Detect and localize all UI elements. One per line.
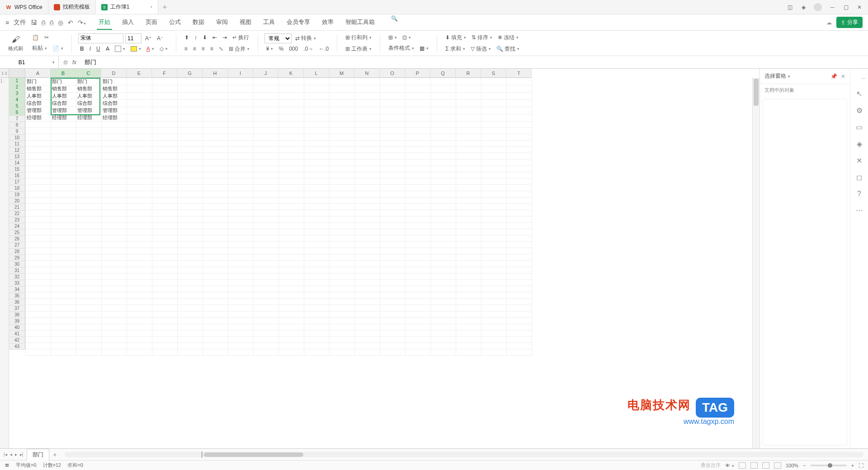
cell[interactable] (152, 85, 178, 93)
cell[interactable] (254, 85, 279, 93)
cell[interactable] (254, 261, 279, 267)
cell[interactable] (330, 204, 355, 210)
cell[interactable] (330, 191, 355, 197)
col-header[interactable]: T (506, 69, 532, 78)
cell[interactable] (152, 242, 178, 248)
cell[interactable]: 经理部 (102, 114, 127, 122)
row-header[interactable]: 3 (9, 90, 25, 97)
cell[interactable] (431, 128, 456, 134)
row-header[interactable]: 31 (9, 268, 25, 274)
cell[interactable] (481, 147, 507, 153)
cell[interactable] (254, 337, 279, 343)
cell[interactable] (228, 305, 254, 311)
cell[interactable] (431, 280, 456, 286)
cell[interactable] (481, 93, 507, 100)
cell[interactable] (330, 107, 355, 114)
worksheet-button[interactable]: ⊞ 工作表▾ (344, 44, 373, 54)
cell[interactable] (355, 179, 380, 185)
font-name-select[interactable] (78, 33, 123, 43)
cell[interactable] (152, 235, 178, 242)
comma-icon[interactable]: 000 (287, 44, 300, 53)
cell[interactable] (228, 349, 254, 356)
cell[interactable] (330, 280, 355, 286)
cell[interactable] (330, 223, 355, 229)
cell[interactable] (76, 305, 102, 311)
cell[interactable] (127, 254, 152, 261)
cell[interactable] (26, 286, 51, 292)
row-header[interactable]: 29 (9, 255, 25, 261)
zoom-out-icon[interactable]: − (803, 463, 806, 468)
font-color-button[interactable]: A▾ (145, 44, 156, 53)
cell[interactable] (279, 311, 304, 318)
cell[interactable] (76, 185, 102, 191)
cell[interactable] (330, 153, 355, 160)
cell[interactable] (456, 292, 481, 299)
cell[interactable] (152, 93, 178, 100)
cell[interactable] (203, 85, 228, 93)
cell[interactable] (355, 100, 380, 107)
cell[interactable] (26, 172, 51, 179)
cell[interactable] (254, 107, 279, 114)
cell[interactable] (431, 134, 456, 141)
cell[interactable] (51, 210, 76, 216)
sheet-prev-icon[interactable]: ◂ (10, 452, 12, 457)
cell[interactable] (228, 261, 254, 267)
cell[interactable] (76, 292, 102, 299)
cell[interactable] (330, 100, 355, 107)
cell[interactable] (481, 134, 507, 141)
cell[interactable] (102, 185, 127, 191)
cell[interactable] (203, 299, 228, 305)
cell[interactable] (178, 242, 203, 248)
cell[interactable] (406, 141, 431, 147)
cell[interactable] (51, 324, 76, 330)
vscroll-thumb[interactable] (754, 79, 759, 106)
cell[interactable] (102, 179, 127, 185)
sort-button[interactable]: ⇅ 排序▾ (470, 33, 494, 43)
cell[interactable] (481, 261, 507, 267)
row-header[interactable]: 19 (9, 192, 25, 198)
cell[interactable] (254, 185, 279, 191)
cell[interactable] (431, 78, 456, 85)
cell[interactable] (228, 273, 254, 280)
cell[interactable] (507, 166, 532, 172)
cell[interactable] (102, 299, 127, 305)
cell[interactable] (203, 166, 228, 172)
cell[interactable] (152, 185, 178, 191)
cell[interactable] (456, 100, 481, 107)
cell[interactable] (203, 185, 228, 191)
cell[interactable] (330, 134, 355, 141)
cell[interactable] (228, 114, 254, 122)
cell[interactable] (380, 93, 406, 100)
cell[interactable] (481, 85, 507, 93)
cell[interactable] (304, 197, 330, 204)
cell[interactable]: 销售部 (102, 85, 127, 93)
cell[interactable] (456, 223, 481, 229)
cell[interactable] (507, 160, 532, 166)
title-tab-template[interactable]: 找稻壳模板 (48, 0, 96, 14)
cell[interactable] (203, 147, 228, 153)
cell[interactable] (431, 147, 456, 153)
cell[interactable] (254, 330, 279, 337)
tab-start[interactable]: 开始 (97, 15, 112, 30)
cell[interactable] (456, 235, 481, 242)
cell[interactable] (26, 273, 51, 280)
cell[interactable] (26, 318, 51, 324)
cell[interactable] (355, 286, 380, 292)
row-header[interactable]: 17 (9, 179, 25, 185)
cell[interactable] (76, 261, 102, 267)
cell[interactable] (26, 330, 51, 337)
cell[interactable] (406, 85, 431, 93)
cell[interactable] (507, 261, 532, 267)
cell[interactable] (456, 166, 481, 172)
cell-table[interactable]: 部门部门部门部门销售部销售部销售部销售部人事部人事部人事部人事部综合部综合部综合… (25, 78, 532, 356)
cell[interactable] (26, 311, 51, 318)
file-menu[interactable]: 文件 (14, 19, 26, 27)
cell[interactable] (406, 343, 431, 349)
cell[interactable] (507, 299, 532, 305)
row-header[interactable]: 25 (9, 230, 25, 236)
cell[interactable] (51, 128, 76, 134)
convert-button[interactable]: ⇄ 转换▾ (293, 33, 318, 43)
cell[interactable] (355, 107, 380, 114)
cell[interactable] (51, 191, 76, 197)
row-header[interactable]: 20 (9, 198, 25, 204)
